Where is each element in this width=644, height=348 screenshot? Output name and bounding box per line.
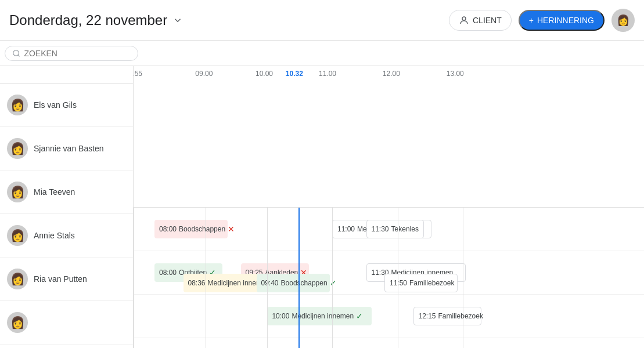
- person-name: Sjannie van Basten: [34, 144, 104, 153]
- person-icon: [459, 15, 469, 26]
- person-name: Mia Teeven: [34, 187, 75, 197]
- person-avatar: 👩: [7, 312, 28, 333]
- timeline-row: 08:00 Ontbijten ✓ 09:25 Aankleden ✕ 08:3…: [134, 251, 644, 295]
- event-time: 11:50: [390, 279, 407, 287]
- header-left: Donderdag, 22 november: [9, 12, 184, 28]
- person-avatar: 👩: [7, 182, 28, 202]
- event-chip[interactable]: 11:30 Tekenles: [366, 220, 424, 238]
- svg-line-2: [18, 55, 20, 56]
- grid-line: [332, 208, 333, 349]
- event-title: Boodschappen: [179, 225, 225, 233]
- check-icon: ✓: [330, 278, 337, 288]
- event-time: 09:40: [261, 279, 279, 287]
- event-time: 08:00: [159, 269, 177, 277]
- grid-line: [398, 208, 398, 349]
- time-label: 09.00: [195, 70, 213, 78]
- chevron-down-icon[interactable]: [172, 14, 184, 26]
- event-chip[interactable]: 10:00 Medicijnen innemen ✓: [267, 307, 372, 325]
- person-row[interactable]: 👩 Ria van Putten: [0, 258, 133, 301]
- grid-line: [206, 208, 206, 349]
- reminder-button[interactable]: + HERINNERING: [519, 10, 605, 31]
- close-icon[interactable]: ✕: [228, 224, 235, 234]
- reminder-label: HERINNERING: [537, 16, 594, 25]
- client-button[interactable]: CLIENT: [449, 10, 512, 31]
- person-row[interactable]: 👩: [0, 301, 133, 345]
- person-avatar: 👩: [7, 138, 28, 159]
- svg-point-1: [13, 50, 19, 56]
- time-label: 07.55: [134, 70, 142, 78]
- event-chip[interactable]: 12:15 Familiebezoek: [413, 307, 481, 325]
- header-right: CLIENT + HERINNERING 👩: [449, 9, 635, 32]
- event-title: Boodschappen: [281, 279, 328, 287]
- search-input[interactable]: [24, 49, 131, 58]
- person-name: Annie Stals: [34, 231, 75, 240]
- time-label: 12.00: [383, 70, 400, 78]
- search-box[interactable]: [5, 46, 138, 61]
- search-icon: [12, 49, 20, 58]
- event-time: 12:15: [419, 312, 436, 320]
- time-header-spacer: [0, 66, 133, 84]
- person-row[interactable]: 👩 Sjannie van Basten: [0, 127, 133, 171]
- person-name: Ria van Putten: [34, 274, 87, 284]
- event-title: Familiebezoek: [438, 312, 483, 320]
- grid-line: [134, 208, 134, 349]
- grid-line: [267, 208, 268, 349]
- event-time: 11:30: [372, 225, 389, 233]
- time-label: 13.00: [447, 70, 464, 78]
- current-time-line: [298, 208, 300, 349]
- plus-icon: +: [529, 16, 534, 25]
- search-row: [0, 41, 644, 66]
- event-time: 08:36: [188, 279, 206, 287]
- time-label: 10.00: [256, 70, 273, 78]
- person-avatar: 👩: [7, 269, 28, 289]
- event-title: Familiebezoek: [409, 279, 454, 287]
- event-chip[interactable]: 08:00 Boodschappen ✕: [154, 220, 228, 238]
- timeline-row: 08:35 Ontbijten ✓ 11:00 Tekenles: [134, 338, 644, 349]
- event-chip[interactable]: 11:50 Familiebezoek: [384, 274, 458, 292]
- people-column: 👩 Els van Gils 👩 Sjannie van Basten 👩 Mi…: [0, 84, 134, 345]
- person-name: Els van Gils: [34, 100, 77, 110]
- client-label: CLIENT: [473, 16, 502, 25]
- check-icon: ✓: [356, 311, 363, 321]
- time-header: 07.5509.0010.0010.3211.0012.0013.00: [134, 66, 644, 208]
- event-title: Tekenles: [391, 225, 419, 233]
- page-title: Donderdag, 22 november: [9, 12, 167, 28]
- person-avatar: 👩: [7, 225, 28, 246]
- person-row[interactable]: 👩 Mia Teeven: [0, 171, 133, 214]
- svg-point-0: [462, 17, 466, 20]
- event-time: 08:00: [159, 225, 177, 233]
- time-label: 11.00: [319, 70, 336, 78]
- timeline-row: 08:00 Boodschappen ✕ 11:00 Medicijnen in…: [134, 208, 644, 251]
- time-label: 10.32: [286, 70, 303, 78]
- person-avatar: 👩: [7, 95, 28, 115]
- event-time: 11:00: [337, 225, 355, 233]
- timeline-row: 10:00 Medicijnen innemen ✓ 12:15 Familie…: [134, 295, 644, 338]
- event-time: 10:00: [272, 312, 289, 320]
- grid-line: [463, 208, 463, 349]
- person-row[interactable]: 👩 Annie Stals: [0, 214, 133, 258]
- avatar[interactable]: 👩: [611, 9, 635, 32]
- person-row[interactable]: 👩 Els van Gils: [0, 84, 133, 127]
- event-title: Medicijnen innemen: [292, 312, 354, 320]
- timeline-area: 08:00 Boodschappen ✕ 11:00 Medicijnen in…: [134, 208, 644, 349]
- header: Donderdag, 22 november CLIENT + HERINNER…: [0, 0, 644, 41]
